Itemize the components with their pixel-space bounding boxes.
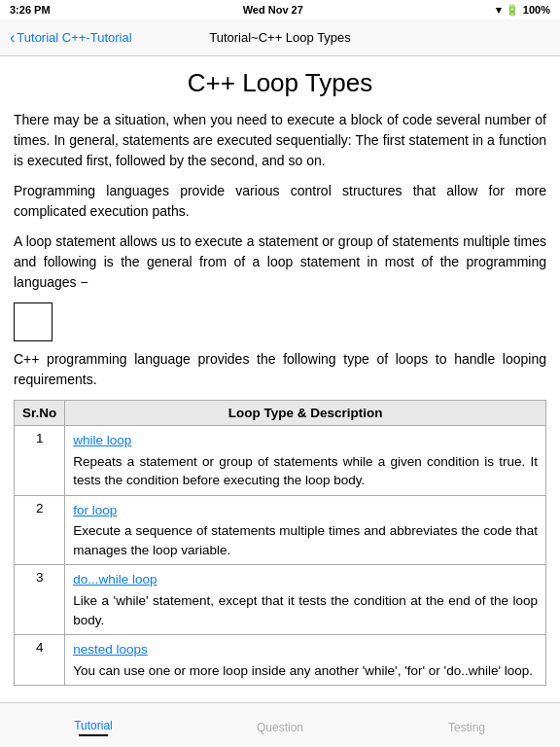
sr-no-cell: 1 xyxy=(15,426,65,496)
paragraph-1: There may be a situation, when you need … xyxy=(14,110,546,171)
back-label: Tutorial C++-Tutorial xyxy=(17,30,131,45)
table-header-srno: Sr.No xyxy=(15,401,65,426)
tab-tutorial[interactable]: Tutorial xyxy=(0,715,187,736)
table-row: 2for loopExecute a sequence of statement… xyxy=(15,495,546,565)
back-button[interactable]: ‹ Tutorial C++-Tutorial xyxy=(10,29,132,47)
loop-types-table: Sr.No Loop Type & Description 1while loo… xyxy=(14,400,546,686)
loop-type-link[interactable]: while loop xyxy=(73,433,131,447)
table-row: 3do...while loopLike a 'while' statement… xyxy=(15,565,546,635)
loop-type-link[interactable]: for loop xyxy=(73,503,117,517)
status-bar: 3:26 PM Wed Nov 27 ▾ 🔋 100% xyxy=(0,0,560,19)
tab-bar: Tutorial Question Testing xyxy=(0,702,560,747)
battery-percent: 100% xyxy=(523,4,550,16)
status-time: 3:26 PM xyxy=(10,4,51,16)
sr-no-cell: 3 xyxy=(15,565,65,635)
main-content: C++ Loop Types There may be a situation,… xyxy=(0,56,560,747)
sr-no-cell: 4 xyxy=(15,635,65,686)
desc-cell: do...while loopLike a 'while' statement,… xyxy=(65,565,546,635)
tab-indicator xyxy=(79,734,108,736)
status-icons: ▾ 🔋 100% xyxy=(496,4,550,17)
sr-no-cell: 2 xyxy=(15,495,65,565)
back-chevron-icon: ‹ xyxy=(10,29,15,47)
status-day: Wed Nov 27 xyxy=(243,4,303,16)
desc-cell: nested loopsYou can use one or more loop… xyxy=(65,635,546,686)
nav-title: Tutorial~C++ Loop Types xyxy=(209,30,351,45)
loop-type-link[interactable]: do...while loop xyxy=(73,572,157,587)
paragraph-3: A loop statement allows us to execute a … xyxy=(14,231,546,293)
tab-tutorial-label: Tutorial xyxy=(74,719,113,732)
paragraph-2: Programming languages provide various co… xyxy=(14,181,546,222)
wifi-icon: ▾ xyxy=(496,4,502,17)
loop-desc-text: You can use one or more loop inside any … xyxy=(73,661,538,681)
loop-desc-text: Like a 'while' statement, except that it… xyxy=(73,591,538,629)
table-header-desc: Loop Type & Description xyxy=(65,401,546,426)
tab-question[interactable]: Question xyxy=(187,717,373,734)
table-row: 4nested loopsYou can use one or more loo… xyxy=(15,635,546,686)
desc-cell: for loopExecute a sequence of statements… xyxy=(65,495,546,565)
loop-desc-text: Repeats a statement or group of statemen… xyxy=(73,452,538,490)
tab-testing[interactable]: Testing xyxy=(373,717,560,734)
diagram-placeholder xyxy=(14,302,52,341)
nav-bar: ‹ Tutorial C++-Tutorial Tutorial~C++ Loo… xyxy=(0,19,560,56)
tab-testing-label: Testing xyxy=(448,721,485,734)
battery-icon: 🔋 xyxy=(506,4,519,17)
table-row: 1while loopRepeats a statement or group … xyxy=(15,426,546,496)
desc-cell: while loopRepeats a statement or group o… xyxy=(65,426,546,496)
paragraph-after-image: C++ programming language provides the fo… xyxy=(14,349,546,390)
page-title: C++ Loop Types xyxy=(14,68,546,98)
loop-type-link[interactable]: nested loops xyxy=(73,642,148,657)
loop-desc-text: Execute a sequence of statements multipl… xyxy=(73,521,538,559)
tab-question-label: Question xyxy=(257,721,303,734)
